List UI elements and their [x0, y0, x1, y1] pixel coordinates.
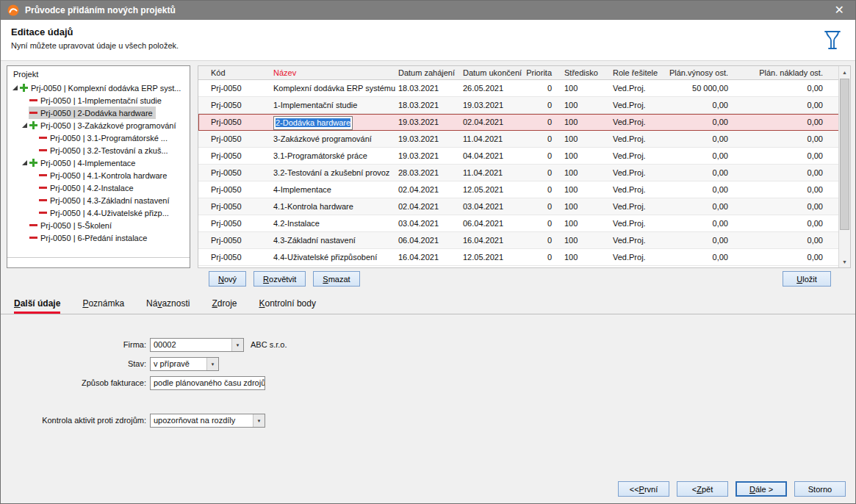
tree-item-4-3-zakladni-nastaveni[interactable]: Prj-0050 | 4.3-Základní nastavení	[7, 194, 190, 206]
tree-item-body[interactable]: Prj-0050 | 4.4-Uživatelské přizp...	[38, 206, 172, 219]
tree-item-3-1-programatorske[interactable]: Prj-0050 | 3.1-Programátorské ...	[7, 132, 190, 144]
table-row[interactable]: Prj-00502-Dodávka hardware19.03.202102.0…	[198, 114, 850, 131]
column-header-role-resitele[interactable]: Role řešitele	[611, 66, 666, 79]
tab-poznamka[interactable]: Poznámka	[82, 295, 124, 314]
column-header-kod[interactable]: Kód	[198, 66, 266, 79]
chevron-down-icon[interactable]: ▼	[231, 339, 243, 351]
tree-item-body[interactable]: Prj-0050 | 4.3-Základní nastavení	[38, 194, 172, 206]
table-row[interactable]: Prj-00503.1-Programátorské práce19.03.20…	[198, 148, 850, 165]
table-row[interactable]: Prj-00504.1-Kontrola hardware02.04.20210…	[198, 198, 850, 215]
column-header-datum-ukonceni[interactable]: Datum ukončení	[461, 66, 523, 79]
tree-item-3-2-testovani-a-zkus[interactable]: Prj-0050 | 3.2-Testování a zkuš...	[7, 144, 190, 156]
expander-icon[interactable]	[20, 159, 29, 168]
column-header-nazev[interactable]: Název	[266, 66, 397, 79]
table-row[interactable]: Prj-00503-Zakázkové programování19.03.20…	[198, 131, 850, 148]
tab-zdroje[interactable]: Zdroje	[212, 295, 237, 314]
cell-role-resitele: Ved.Proj.	[611, 215, 666, 231]
branch-button[interactable]: Rozvětvit	[253, 271, 306, 287]
minus-icon	[39, 184, 47, 192]
cell-editor[interactable]: 2-Dodávka hardware	[273, 116, 353, 130]
firma-value: 00002	[154, 339, 231, 351]
tree-item-2-dodavka-hardware[interactable]: Prj-0050 | 2-Dodávka hardware	[7, 107, 190, 119]
table-row[interactable]: Prj-00504.4-Uživatelské přizpůsobení16.0…	[198, 249, 850, 266]
cell-plan-vynosy-ost: 0,00	[666, 198, 730, 215]
back-button[interactable]: < Zpět	[677, 481, 728, 497]
cell-kod: Prj-0050	[198, 148, 266, 164]
scrollbar-thumb[interactable]	[840, 79, 849, 230]
tree-item-body[interactable]: Prj-0050 | 3.1-Programátorské ...	[38, 132, 170, 144]
column-header-plan-naklady-ost[interactable]: Plán. náklady ost.	[730, 66, 826, 79]
tree-item-body[interactable]: Prj-0050 | 3-Zakázkové programování	[29, 119, 179, 132]
stav-row: Stav: v přípravě ▼	[1, 357, 855, 371]
firma-label: Firma:	[1, 338, 146, 352]
kontrola-select[interactable]: upozorňovat na rozdíly ▼	[150, 414, 265, 428]
fakturace-select[interactable]: podle plánovaného času zdrojů ▼	[150, 376, 265, 390]
expander-icon[interactable]	[20, 121, 29, 130]
tree-item-4-2-instalace[interactable]: Prj-0050 | 4.2-Instalace	[7, 181, 190, 194]
expander-icon[interactable]	[10, 84, 19, 93]
tree-item-4-1-kontrola-hardware[interactable]: Prj-0050 | 4.1-Kontrola hardware	[7, 169, 190, 181]
chevron-down-icon[interactable]: ▼	[206, 358, 218, 370]
chevron-down-icon[interactable]: ▼	[253, 414, 265, 427]
table-row[interactable]: Prj-00503.2-Testování a zkušební provoz2…	[198, 165, 850, 181]
column-header-plan-vynosy-ost[interactable]: Plán.výnosy ost.	[666, 66, 730, 79]
column-header-priorita[interactable]: Priorita	[523, 66, 555, 79]
save-button[interactable]: Uložit	[783, 271, 831, 287]
tree-title[interactable]: Projekt	[7, 66, 190, 82]
scroll-up-icon[interactable]: ▲	[839, 66, 850, 78]
cancel-button[interactable]: Storno	[794, 481, 846, 497]
table-row[interactable]: Prj-00501-Implementační studie18.03.2021…	[198, 97, 850, 114]
cell-plan-vynosy-ost: 50 000,00	[666, 80, 730, 96]
next-button[interactable]: Dále >	[735, 481, 787, 497]
cell-stredisko: 100	[555, 181, 611, 198]
tree-item-body[interactable]: Prj-0050 | 6-Předání instalace	[29, 231, 150, 244]
project-tree-panel: Projekt Prj-0050 | Komplexní dodávka ERP…	[7, 65, 190, 268]
tree-item-body[interactable]: Prj-0050 | 2-Dodávka hardware	[29, 107, 156, 119]
tree-item-body[interactable]: Prj-0050 | 4.2-Instalace	[38, 181, 137, 194]
firma-select[interactable]: 00002 ▼	[150, 338, 244, 352]
tab-navaznosti[interactable]: Návaznosti	[146, 295, 190, 314]
table-row[interactable]: Prj-00504.3-Základní nastavení06.04.2021…	[198, 232, 850, 249]
tree-item-5-skoleni[interactable]: Prj-0050 | 5-Školení	[7, 219, 190, 231]
cell-plan-naklady-ost: 0,00	[730, 181, 826, 198]
tree-item-komplexni-dodavka-erp-syst[interactable]: Prj-0050 | Komplexní dodávka ERP syst...	[7, 82, 190, 94]
stav-select[interactable]: v přípravě ▼	[150, 357, 219, 371]
tab-dalsi-udaje[interactable]: Další údaje	[14, 295, 60, 314]
tree-item-4-4-uzivatelske-prizp[interactable]: Prj-0050 | 4.4-Uživatelské přizp...	[7, 206, 190, 219]
cell-stredisko: 100	[555, 131, 611, 147]
cell-plan-naklady-ost: 0,00	[730, 165, 826, 181]
expander-spacer	[20, 96, 29, 105]
cell-priorita: 0	[523, 165, 555, 181]
kontrola-row: Kontrola aktivit proti zdrojům: upozorňo…	[1, 414, 855, 428]
tree-item-body[interactable]: Prj-0050 | Komplexní dodávka ERP syst...	[19, 82, 184, 94]
page-title: Editace údajů	[11, 26, 845, 37]
table-row[interactable]: Prj-00504-Implementace02.04.202112.05.20…	[198, 181, 850, 198]
cell-priorita: 0	[523, 198, 555, 215]
tree-item-body[interactable]: Prj-0050 | 4-Implementace	[29, 156, 138, 169]
close-icon[interactable]: ✕	[830, 1, 849, 20]
wizard-dialog: Průvodce přidáním nových projektů ✕ Edit…	[0, 0, 856, 504]
tab-kontrolni-body[interactable]: Kontrolní body	[259, 295, 316, 314]
tree-item-body[interactable]: Prj-0050 | 3.2-Testování a zkuš...	[38, 144, 171, 156]
column-header-stredisko[interactable]: Středisko	[555, 66, 611, 79]
tree-item-body[interactable]: Prj-0050 | 4.1-Kontrola hardware	[38, 169, 170, 181]
tree-item-3-zakazkove-programovani[interactable]: Prj-0050 | 3-Zakázkové programování	[7, 119, 190, 132]
tree-item-body[interactable]: Prj-0050 | 1-Implementační studie	[29, 94, 165, 107]
table-row[interactable]: Prj-00504.2-Instalace03.04.202106.04.202…	[198, 215, 850, 232]
tree-item-4-implementace[interactable]: Prj-0050 | 4-Implementace	[7, 156, 190, 169]
title-bar: Průvodce přidáním nových projektů ✕	[1, 1, 855, 20]
minus-icon	[29, 221, 37, 229]
expander-spacer	[20, 221, 29, 230]
cell-priorita: 0	[523, 80, 555, 96]
column-header-datum-zahajeni[interactable]: Datum zahájení	[397, 66, 461, 79]
first-button[interactable]: << První	[618, 481, 669, 497]
tree-item-1-implementacni-studie[interactable]: Prj-0050 | 1-Implementační studie	[7, 94, 190, 107]
delete-button[interactable]: Smazat	[313, 271, 359, 287]
new-button[interactable]: Nový	[209, 271, 246, 287]
grid-scrollbar[interactable]: ▲ ▼	[838, 66, 850, 267]
scroll-down-icon[interactable]: ▼	[839, 256, 850, 267]
tree-item-body[interactable]: Prj-0050 | 5-Školení	[29, 219, 115, 231]
tree-item-6-predani-instalace[interactable]: Prj-0050 | 6-Předání instalace	[7, 231, 190, 244]
cell-stredisko: 100	[555, 198, 611, 215]
table-row[interactable]: Prj-0050Komplexní dodávka ERP systému18.…	[198, 80, 850, 97]
